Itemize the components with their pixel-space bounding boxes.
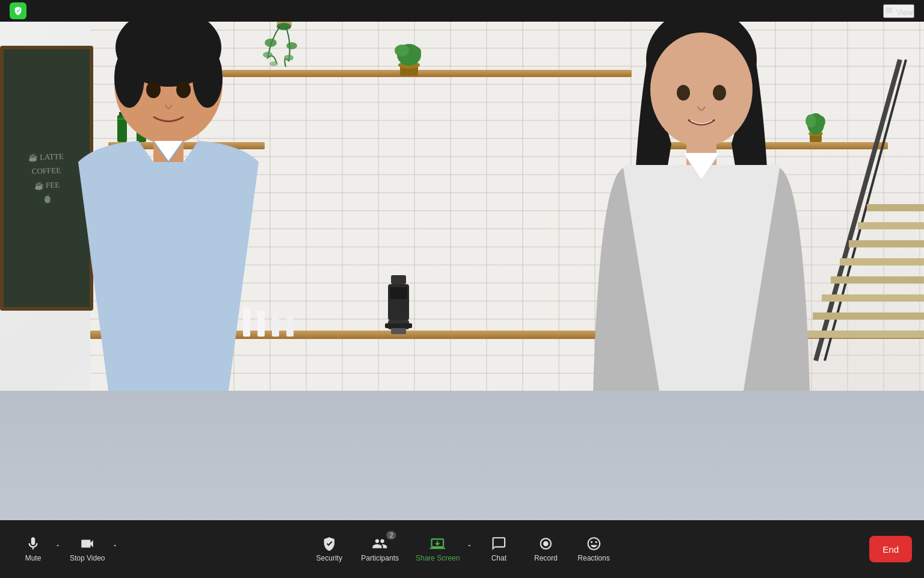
- lower-area: [0, 391, 924, 520]
- chat-button[interactable]: Chat: [478, 531, 520, 567]
- microphone-icon: [25, 536, 41, 552]
- participants-icon: [372, 536, 388, 552]
- chevron-up-icon-3: [466, 542, 473, 549]
- video-area: ☕ LATTE COFFEE ☕ FEE 🍵: [0, 22, 924, 520]
- record-icon: [538, 536, 553, 552]
- participants-label: Participants: [361, 554, 399, 562]
- toolbar-left: Mute Stop Video: [12, 531, 119, 567]
- view-button[interactable]: View: [883, 4, 914, 18]
- video-camera-icon: [79, 536, 95, 552]
- top-bar: View: [0, 0, 924, 22]
- mute-label: Mute: [25, 554, 42, 562]
- share-screen-arrow[interactable]: [466, 542, 473, 556]
- chevron-up-icon: [54, 542, 61, 549]
- security-icon: [321, 536, 337, 552]
- end-button[interactable]: End: [869, 536, 912, 562]
- reactions-icon: [586, 536, 602, 552]
- chevron-up-icon-2: [111, 542, 119, 549]
- security-label: Security: [316, 554, 342, 562]
- view-label: View: [896, 8, 913, 17]
- stop-video-button[interactable]: Stop Video: [64, 531, 111, 567]
- chat-label: Chat: [491, 554, 507, 562]
- toolbar-right: End: [869, 536, 912, 562]
- security-button[interactable]: Security: [308, 531, 350, 567]
- chat-icon: [491, 536, 507, 552]
- reactions-label: Reactions: [578, 554, 609, 562]
- stop-video-label: Stop Video: [70, 554, 105, 562]
- toolbar-center: Security 2 Participants Share Screen: [308, 531, 615, 567]
- record-label: Record: [534, 554, 558, 562]
- share-screen-button[interactable]: Share Screen: [410, 531, 466, 567]
- mute-arrow-button[interactable]: [54, 542, 61, 556]
- participants-button[interactable]: 2 Participants: [355, 531, 405, 567]
- mute-button[interactable]: Mute: [12, 531, 54, 567]
- record-button[interactable]: Record: [525, 531, 567, 567]
- participants-count: 2: [386, 531, 396, 539]
- zoom-shield-icon: [10, 2, 26, 19]
- share-screen-icon: [430, 536, 446, 552]
- svg-point-66: [543, 541, 549, 547]
- video-arrow-button[interactable]: [111, 542, 119, 556]
- share-screen-label: Share Screen: [416, 554, 460, 562]
- reactions-button[interactable]: Reactions: [571, 531, 615, 567]
- toolbar: Mute Stop Video: [0, 520, 924, 578]
